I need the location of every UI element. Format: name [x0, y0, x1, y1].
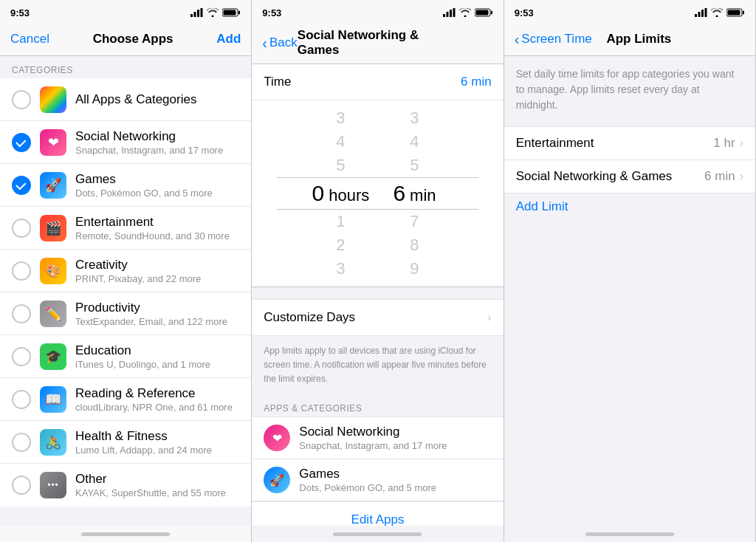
time-picker[interactable]: 3 4 5 0 hours 1 2 3 3 4 5	[252, 100, 503, 287]
games-item-text: Games Dots, Pokémon GO, and 5 more	[75, 172, 239, 199]
svg-rect-3	[201, 8, 203, 17]
apps-list-games[interactable]: 🚀 Games Dots, Pokémon GO, and 5 more	[252, 459, 503, 501]
mins-below-7: 7	[410, 210, 419, 233]
productivity-icon: ✏️	[40, 301, 66, 327]
status-time-3: 9:53	[515, 7, 534, 18]
status-time-1: 9:53	[10, 7, 30, 18]
back-button-2[interactable]: ‹ Back	[262, 35, 297, 50]
mins-column: 3 4 5 6 min 7 8 9	[377, 106, 451, 281]
limit-item-social-games[interactable]: Social Networking & Games 6 min ›	[504, 160, 755, 193]
nav-bar-2: ‹ Back Social Networking & Games	[252, 24, 503, 64]
mins-above-4: 4	[410, 130, 419, 154]
mins-selected: 6	[393, 177, 405, 210]
mins-above-3: 3	[410, 106, 419, 130]
apps-games-subtitle: Dots, Pokémon GO, and 5 more	[299, 482, 491, 493]
reading-item-title: Reading & Reference	[75, 386, 239, 401]
add-limit-button[interactable]: Add Limit	[516, 199, 568, 214]
list-item-games[interactable]: 🚀 Games Dots, Pokémon GO, and 5 more	[0, 164, 251, 207]
limit-social-games-label: Social Networking & Games	[516, 169, 704, 184]
battery-icon	[222, 8, 241, 17]
categories-list: All Apps & Categories ❤ Social Networkin…	[0, 78, 251, 507]
limit-social-games-chevron: ›	[740, 170, 743, 183]
health-item-text: Health & Fitness Lumo Lift, Addapp, and …	[75, 429, 239, 456]
entertainment-item-subtitle: Remote, SoundHound, and 30 more	[75, 230, 239, 241]
info-box: App limits apply to all devices that are…	[252, 336, 503, 394]
status-icons-1	[190, 8, 241, 17]
hours-selected: 0	[312, 177, 325, 210]
list-item-productivity[interactable]: ✏️ Productivity TextExpander, Email, and…	[0, 292, 251, 335]
add-button[interactable]: Add	[216, 32, 241, 47]
signal-icon	[190, 8, 203, 17]
apps-section-header: APPS & CATEGORIES	[252, 394, 503, 416]
panel3-scroll: Set daily time limits for app categories…	[504, 56, 755, 526]
hours-column: 3 4 5 0 hours 1 2 3	[303, 106, 377, 281]
social-item-subtitle: Snapchat, Instagram, and 17 more	[75, 145, 239, 156]
hours-below-2: 2	[336, 233, 345, 257]
list-item-health[interactable]: 🚴 Health & Fitness Lumo Lift, Addapp, an…	[0, 421, 251, 464]
all-item-text: All Apps & Categories	[75, 92, 239, 107]
list-item-social[interactable]: ❤ Social Networking Snapchat, Instagram,…	[0, 121, 251, 164]
list-item-education[interactable]: 🎓 Education iTunes U, Duolingo, and 1 mo…	[0, 335, 251, 378]
other-item-title: Other	[75, 472, 239, 487]
list-item-reading[interactable]: 📖 Reading & Reference cloudLibrary, NPR …	[0, 378, 251, 421]
checkbox-productivity[interactable]	[12, 304, 31, 323]
svg-rect-13	[475, 10, 488, 16]
checkbox-other[interactable]	[12, 476, 31, 495]
checkbox-education[interactable]	[12, 347, 31, 366]
checkbox-all[interactable]	[12, 90, 31, 109]
svg-rect-16	[701, 10, 704, 17]
status-time-2: 9:53	[262, 7, 281, 18]
wifi-icon	[207, 8, 219, 17]
hours-below-3: 3	[336, 257, 345, 281]
hours-below-1: 1	[336, 210, 345, 233]
svg-rect-0	[190, 14, 193, 17]
status-bar-2: 9:53	[252, 0, 503, 24]
svg-rect-20	[727, 10, 740, 16]
education-icon: 🎓	[40, 343, 66, 370]
creativity-item-text: Creativity PRINT, Pixabay, and 22 more	[75, 258, 239, 284]
apps-social-subtitle: Snapchat, Instagram, and 17 more	[299, 440, 491, 451]
checkbox-games[interactable]	[12, 176, 31, 195]
info-text: App limits apply to all devices that are…	[264, 346, 487, 384]
signal-icon-2	[443, 8, 456, 17]
nav-bar-1: Cancel Choose Apps Add	[0, 24, 251, 56]
back-button-3[interactable]: ‹ Screen Time	[515, 32, 592, 47]
svg-rect-12	[491, 11, 492, 15]
checkbox-reading[interactable]	[12, 390, 31, 409]
checkbox-health[interactable]	[12, 433, 31, 452]
creativity-item-subtitle: PRINT, Pixabay, and 22 more	[75, 273, 239, 284]
list-item-creativity[interactable]: 🎨 Creativity PRINT, Pixabay, and 22 more	[0, 250, 251, 292]
time-value: 6 min	[461, 75, 492, 89]
edit-apps-button[interactable]: Edit Apps	[252, 501, 503, 526]
hours-above-3: 3	[336, 106, 345, 130]
social-games-panel: 9:53 ‹ Back Social Net	[252, 0, 504, 542]
back-chevron-2: ‹	[262, 35, 267, 50]
apps-list-social[interactable]: ❤ Social Networking Snapchat, Instagram,…	[252, 417, 503, 459]
list-item-other[interactable]: ••• Other KAYAK, SuperShuttle, and 55 mo…	[0, 464, 251, 507]
svg-rect-2	[197, 10, 199, 17]
svg-rect-17	[704, 8, 707, 17]
limit-item-entertainment[interactable]: Entertainment 1 hr ›	[504, 127, 755, 160]
list-item-entertainment[interactable]: 🎬 Entertainment Remote, SoundHound, and …	[0, 207, 251, 250]
status-bar-1: 9:53	[0, 0, 251, 24]
status-bar-3: 9:53	[504, 0, 755, 24]
entertainment-item-text: Entertainment Remote, SoundHound, and 30…	[75, 215, 239, 241]
games-item-subtitle: Dots, Pokémon GO, and 5 more	[75, 188, 239, 199]
signal-icon-3	[695, 8, 707, 17]
wifi-icon-2	[459, 8, 471, 17]
cancel-button[interactable]: Cancel	[10, 32, 49, 47]
checkbox-social[interactable]	[12, 133, 31, 152]
mins-unit: min	[410, 186, 436, 205]
list-item-all[interactable]: All Apps & Categories	[0, 78, 251, 121]
apps-social-title: Social Networking	[299, 425, 491, 439]
checkbox-entertainment[interactable]	[12, 219, 31, 238]
apps-games-text: Games Dots, Pokémon GO, and 5 more	[299, 467, 491, 493]
battery-icon-2	[475, 8, 493, 17]
mins-above-5: 5	[410, 154, 419, 177]
customize-chevron: ›	[487, 311, 491, 324]
reading-item-text: Reading & Reference cloudLibrary, NPR On…	[75, 386, 239, 413]
education-item-title: Education	[75, 343, 239, 358]
checkbox-creativity[interactable]	[12, 261, 31, 281]
customize-days-row[interactable]: Customize Days ›	[252, 299, 503, 336]
reading-item-subtitle: cloudLibrary, NPR One, and 61 more	[75, 402, 239, 413]
